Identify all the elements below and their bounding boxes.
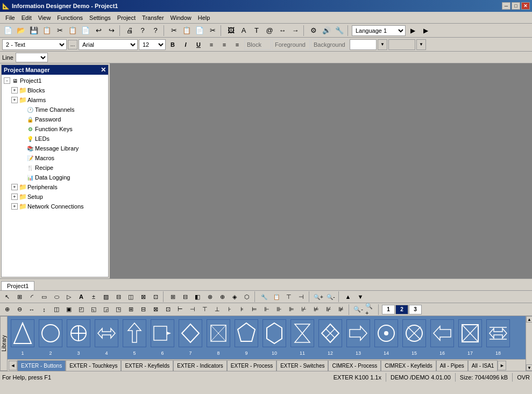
symbol-item-7[interactable]: 7: [178, 319, 203, 356]
tb1-button-6[interactable]: 📄: [80, 25, 91, 37]
dt2-btn19[interactable]: ⊦: [224, 304, 236, 315]
text-style-dropdown[interactable]: 2 - Text: [2, 39, 67, 50]
menu-item-functions[interactable]: Functions: [54, 13, 86, 22]
tb1-button-2[interactable]: 💾: [28, 25, 40, 37]
symbol-scroll-up[interactable]: ▲: [526, 316, 532, 323]
dt2-btn2[interactable]: ⊖: [13, 304, 25, 315]
symbol-scroll-down[interactable]: ▼: [526, 364, 532, 371]
expand-peripherals[interactable]: +: [11, 184, 18, 190]
tree-message-library[interactable]: 📚 Message Library: [3, 144, 107, 153]
symbol-item-12[interactable]: 12: [317, 319, 343, 356]
tab-project1[interactable]: Project1: [1, 281, 34, 290]
dt2-btn15[interactable]: ⊢: [174, 304, 186, 315]
tb1-button-0[interactable]: 📄: [2, 25, 14, 37]
symbol-item-13[interactable]: 13: [345, 319, 371, 356]
tree-recipe[interactable]: 🍴 Recipe: [3, 163, 107, 173]
lib-tab-exter---process[interactable]: EXTER - Process: [227, 360, 276, 371]
expand-root[interactable]: -: [4, 77, 10, 84]
tb1-button-15[interactable]: 📋: [181, 25, 193, 37]
zoom-level-2[interactable]: 2: [395, 305, 408, 314]
dt2-btn28[interactable]: ⊯: [335, 304, 347, 315]
tb1-button-5[interactable]: 📋: [67, 25, 79, 37]
symbol-item-5[interactable]: 5: [122, 319, 147, 356]
tree-data-logging[interactable]: 📊 Data Logging: [3, 173, 107, 182]
arc-tool[interactable]: ◜: [26, 291, 38, 302]
menu-item-view[interactable]: View: [35, 13, 54, 22]
symbol-item-8[interactable]: 8: [205, 319, 231, 356]
plus-tool[interactable]: ⊕: [216, 291, 228, 302]
ellipse-tool[interactable]: ⬭: [51, 291, 62, 302]
tb1-button-28[interactable]: 🔧: [334, 25, 345, 37]
rot-tool[interactable]: ⊗: [204, 291, 216, 302]
minimize-button[interactable]: ─: [502, 2, 510, 10]
plus-minus-tool[interactable]: ±: [88, 291, 100, 302]
lib-next-button[interactable]: ►: [498, 361, 506, 370]
dt2-btn8[interactable]: ◱: [88, 304, 100, 315]
underline-button[interactable]: U: [193, 39, 204, 50]
diamond-tool[interactable]: ◈: [229, 291, 240, 302]
square-frame-tool[interactable]: ◫: [125, 291, 137, 302]
play2-button[interactable]: ▶: [420, 25, 431, 37]
symbol-item-18[interactable]: 18: [485, 319, 511, 356]
symbol-item-16[interactable]: 16: [429, 319, 455, 356]
language-dropdown[interactable]: Language 1: [352, 25, 406, 36]
menu-item-project[interactable]: Project: [114, 13, 139, 22]
symbol-item-1[interactable]: 1: [10, 319, 36, 356]
color-dropdown-arrow2[interactable]: ▼: [416, 39, 426, 50]
symbol-item-17[interactable]: 17: [457, 319, 483, 356]
dt2-btn21[interactable]: ⊨: [249, 304, 260, 315]
tb1-button-22[interactable]: @: [264, 25, 275, 37]
zoom-in-tool[interactable]: 🔍+: [313, 291, 324, 302]
tb1-button-26[interactable]: ⚙: [308, 25, 320, 37]
tb1-button-17[interactable]: ✂: [207, 25, 218, 37]
align-right-button[interactable]: ≡: [231, 39, 243, 50]
tb1-button-1[interactable]: 📂: [15, 25, 27, 37]
expand-alarms[interactable]: +: [11, 97, 18, 103]
remove-tool[interactable]: ⊟: [179, 291, 191, 302]
text-style-browse[interactable]: ...: [68, 40, 77, 49]
tree-macros[interactable]: 📝 Macros: [3, 153, 107, 163]
dt2-btn6[interactable]: ▣: [63, 304, 75, 315]
line-style-dropdown[interactable]: [16, 53, 48, 62]
maximize-button[interactable]: □: [512, 2, 520, 10]
tb1-button-7[interactable]: ↩: [93, 25, 104, 37]
dt2-btn13[interactable]: ⊠: [150, 304, 161, 315]
symbol-item-14[interactable]: 14: [373, 319, 399, 356]
align-center-button[interactable]: ≡: [218, 39, 230, 50]
menu-item-transfer[interactable]: Transfer: [139, 13, 167, 22]
left-tool[interactable]: ◧: [191, 291, 203, 302]
tree-peripherals[interactable]: + 📁 Peripherals: [3, 182, 107, 192]
tree-blocks[interactable]: + 📁 Blocks: [3, 85, 107, 95]
lib-tab-cimrex---keyfields[interactable]: CIMREX - Keyfields: [381, 360, 436, 371]
dt2-btn10[interactable]: ◳: [112, 304, 124, 315]
symbol-item-10[interactable]: 10: [261, 319, 287, 356]
canvas-area[interactable]: [110, 63, 532, 278]
lib-tab-exter---buttons[interactable]: EXTER - Buttons: [17, 360, 66, 371]
dt2-btn11[interactable]: ⊞: [125, 304, 137, 315]
size-dropdown[interactable]: 12: [139, 39, 166, 50]
dt2-btn16[interactable]: ⊣: [187, 304, 198, 315]
paste-tool[interactable]: 📋: [271, 291, 282, 302]
down-tool[interactable]: ▼: [354, 291, 366, 302]
tb1-button-8[interactable]: ↪: [105, 25, 117, 37]
tree-function-keys[interactable]: ⚙ Function Keys: [3, 124, 107, 134]
tree-time-channels[interactable]: 🕐 Time Channels: [3, 105, 107, 114]
tree-setup[interactable]: + 📁 Setup: [3, 192, 107, 202]
tb1-button-4[interactable]: ✂: [54, 25, 66, 37]
align-left-button[interactable]: ≡: [205, 39, 217, 50]
play-button[interactable]: ▶: [407, 25, 418, 37]
tb1-button-23[interactable]: ↔: [276, 25, 288, 37]
align-tool[interactable]: ⊤: [283, 291, 295, 302]
dt2-btn24[interactable]: ⊫: [286, 304, 297, 315]
block-tool[interactable]: ⊡: [150, 291, 161, 302]
dt2-btn23[interactable]: ⊪: [273, 304, 285, 315]
font-dropdown[interactable]: Arial: [79, 39, 138, 50]
dt2-btn25[interactable]: ⊬: [298, 304, 310, 315]
dt2-btn26[interactable]: ⊭: [310, 304, 322, 315]
menu-item-file[interactable]: File: [2, 13, 18, 22]
tb1-button-11[interactable]: ?: [137, 25, 148, 37]
zoom-level-1[interactable]: 1: [382, 305, 395, 314]
menu-item-edit[interactable]: Edit: [18, 13, 35, 22]
dt2-btn5[interactable]: ◫: [51, 304, 62, 315]
select-tool[interactable]: ↖: [1, 291, 13, 302]
